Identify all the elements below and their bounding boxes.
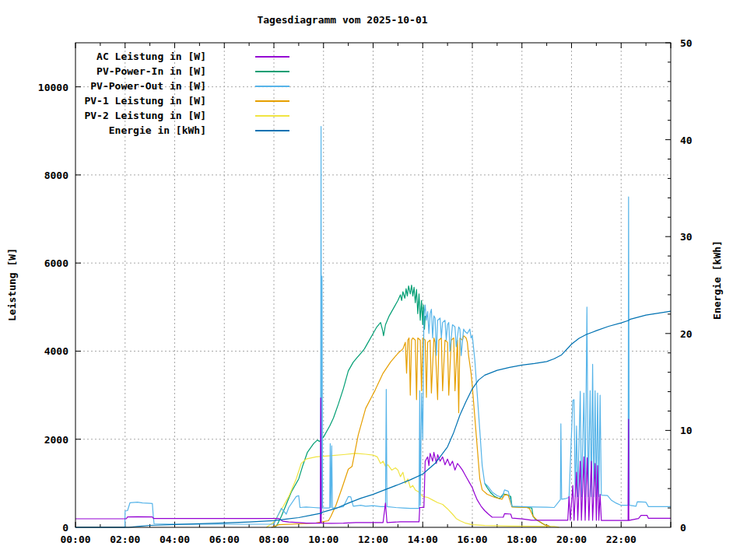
- x-tick-label: 00:00: [60, 534, 90, 545]
- x-tick-label: 08:00: [258, 534, 289, 545]
- y-tick-label: 6000: [44, 257, 68, 269]
- legend-line-swatch: [255, 115, 289, 117]
- series-line: [275, 285, 551, 528]
- x-tick-label: 12:00: [358, 534, 388, 545]
- y-tick-label: 0: [62, 522, 68, 534]
- y2-tick-label: 10: [680, 425, 693, 436]
- legend-item: PV-Power-Out in [W]: [74, 79, 289, 93]
- y2-tick-label: 0: [680, 522, 686, 534]
- x-tick-label: 16:00: [457, 534, 487, 545]
- y2-tick-label: 50: [680, 37, 693, 49]
- legend-label: PV-Power-Out in [W]: [74, 80, 206, 92]
- chart-canvas: Tagesdiagramm vom 2025-10-01 Leistung [W…: [0, 0, 747, 560]
- legend-item: AC Leistung in [W]: [74, 49, 289, 64]
- legend-item: PV-2 Leistung in [W]: [74, 108, 289, 123]
- series-line: [272, 336, 549, 527]
- legend-label: PV-Power-In in [W]: [74, 65, 206, 77]
- y-tick-label: 2000: [44, 434, 68, 446]
- legend-label: AC Leistung in [W]: [74, 51, 206, 62]
- legend-label: PV-2 Leistung in [W]: [74, 110, 206, 121]
- legend-line-swatch: [255, 71, 289, 72]
- legend-item: PV-Power-In in [W]: [74, 64, 289, 79]
- y-tick-label: 10000: [38, 82, 68, 93]
- legend-line-swatch: [255, 56, 289, 58]
- x-tick-label: 20:00: [556, 534, 587, 545]
- x-tick-label: 14:00: [408, 534, 438, 545]
- x-tick-label: 18:00: [507, 534, 537, 545]
- y2-tick-label: 30: [680, 231, 693, 243]
- y2-tick-label: 40: [680, 135, 693, 146]
- legend: AC Leistung in [W]PV-Power-In in [W]PV-P…: [74, 49, 289, 138]
- y2-tick-label: 20: [680, 328, 693, 340]
- legend-line-swatch: [255, 100, 289, 102]
- legend-item: PV-1 Leistung in [W]: [74, 93, 289, 108]
- legend-label: PV-1 Leistung in [W]: [74, 95, 206, 107]
- x-tick-label: 22:00: [606, 534, 637, 545]
- legend-line-swatch: [255, 86, 289, 87]
- x-tick-label: 04:00: [160, 534, 190, 545]
- series-line: [266, 453, 559, 527]
- x-tick-label: 10:00: [308, 534, 338, 545]
- legend-label: Energie in [kWh]: [74, 124, 206, 136]
- y-tick-label: 4000: [44, 345, 68, 357]
- legend-item: Energie in [kWh]: [74, 123, 289, 138]
- y-tick-label: 8000: [44, 170, 68, 181]
- legend-line-swatch: [255, 130, 289, 131]
- x-tick-label: 06:00: [209, 534, 240, 545]
- x-tick-label: 02:00: [110, 534, 140, 545]
